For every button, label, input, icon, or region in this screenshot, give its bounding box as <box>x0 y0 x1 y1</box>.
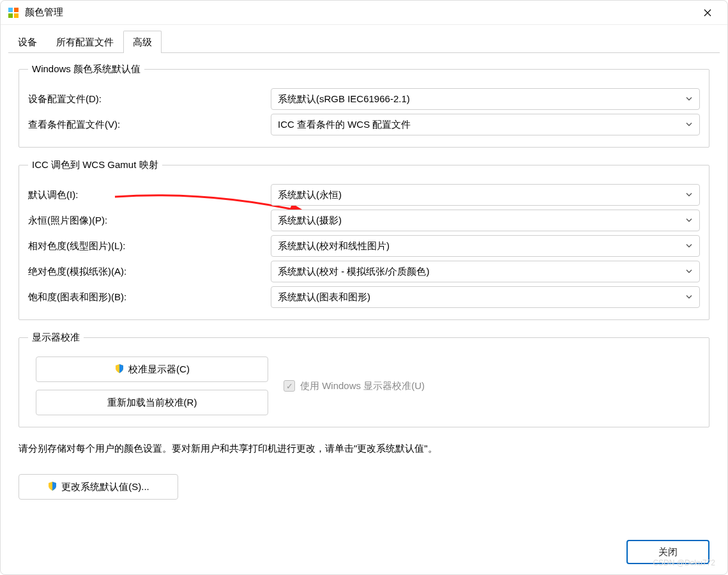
relcol-select[interactable]: 系统默认(校对和线性图片) <box>271 235 700 257</box>
relcol-label: 相对色度(线型图片)(L): <box>28 240 271 252</box>
select-value: 系统默认(图表和图形) <box>278 291 370 303</box>
chevron-down-icon <box>685 94 693 105</box>
svg-rect-2 <box>8 13 13 18</box>
use-windows-calibration-checkbox: ✓ 使用 Windows 显示器校准(U) <box>284 380 425 392</box>
chevron-down-icon <box>685 266 693 277</box>
device-profile-value: 系统默认(sRGB IEC61966-2.1) <box>278 93 410 105</box>
window-title: 颜色管理 <box>25 6 63 19</box>
change-system-defaults-button[interactable]: 更改系统默认值(S)... <box>19 474 178 500</box>
group-display-calibration: 显示器校准 校准显示器(C) 重新加载当前校准(R) <box>19 332 709 427</box>
abscol-label: 绝对色度(模拟纸张)(A): <box>28 266 271 278</box>
group-windows-color-defaults: Windows 颜色系统默认值 设备配置文件(D): 系统默认(sRGB IEC… <box>19 63 709 148</box>
group-legend: ICC 调色到 WCS Gamut 映射 <box>28 159 162 171</box>
chevron-down-icon <box>685 190 693 201</box>
button-label: 更改系统默认值(S)... <box>61 481 149 493</box>
viewing-cond-select[interactable]: ICC 查看条件的 WCS 配置文件 <box>271 114 700 135</box>
abscol-select[interactable]: 系统默认(校对 - 模拟纸张/介质颜色) <box>271 261 700 282</box>
group-legend: 显示器校准 <box>28 332 84 344</box>
select-value: 系统默认(永恒) <box>278 189 342 201</box>
close-button[interactable]: 关闭 <box>626 540 709 564</box>
sat-select[interactable]: 系统默认(图表和图形) <box>271 286 700 308</box>
select-value: 系统默认(校对和线性图片) <box>278 240 390 252</box>
chevron-down-icon <box>685 292 693 303</box>
color-management-icon <box>8 8 19 18</box>
tab-bar: 设备 所有配置文件 高级 <box>8 30 720 53</box>
viewing-cond-value: ICC 查看条件的 WCS 配置文件 <box>278 119 411 131</box>
device-profile-select[interactable]: 系统默认(sRGB IEC61966-2.1) <box>271 88 700 110</box>
svg-rect-1 <box>14 8 19 12</box>
sat-label: 饱和度(图表和图形)(B): <box>28 291 271 303</box>
device-profile-label: 设备配置文件(D): <box>28 93 271 105</box>
default-intent-select[interactable]: 系统默认(永恒) <box>271 184 700 206</box>
close-icon[interactable] <box>693 3 722 23</box>
checkbox-icon: ✓ <box>284 380 295 392</box>
perceptual-label: 永恒(照片图像)(P): <box>28 215 271 227</box>
calibrate-display-button[interactable]: 校准显示器(C) <box>36 356 268 382</box>
button-label: 重新加载当前校准(R) <box>107 397 197 409</box>
button-label: 校准显示器(C) <box>128 364 190 376</box>
chevron-down-icon <box>685 215 693 226</box>
chevron-down-icon <box>685 241 693 252</box>
select-value: 系统默认(摄影) <box>278 215 342 227</box>
svg-rect-0 <box>8 8 13 12</box>
svg-rect-3 <box>14 13 19 18</box>
tab-all-profiles[interactable]: 所有配置文件 <box>47 31 123 53</box>
shield-icon <box>47 481 57 493</box>
reload-calibration-button[interactable]: 重新加载当前校准(R) <box>36 390 268 415</box>
shield-icon <box>114 364 125 376</box>
group-icc-wcs-gamut: ICC 调色到 WCS Gamut 映射 默认调色(I): 系统默认(永恒) 永… <box>19 159 709 320</box>
group-legend: Windows 颜色系统默认值 <box>28 63 144 75</box>
viewing-cond-label: 查看条件配置文件(V): <box>28 119 271 131</box>
tab-advanced[interactable]: 高级 <box>123 31 162 53</box>
default-intent-label: 默认调色(I): <box>28 189 271 201</box>
perceptual-select[interactable]: 系统默认(摄影) <box>271 210 700 231</box>
chevron-down-icon <box>685 119 693 130</box>
checkbox-label: 使用 Windows 显示器校准(U) <box>300 380 425 392</box>
tab-devices[interactable]: 设备 <box>8 31 47 53</box>
select-value: 系统默认(校对 - 模拟纸张/介质颜色) <box>278 266 430 278</box>
settings-note: 请分别存储对每个用户的颜色设置。要对新用户和共享打印机进行更改，请单击"更改系统… <box>19 443 709 455</box>
